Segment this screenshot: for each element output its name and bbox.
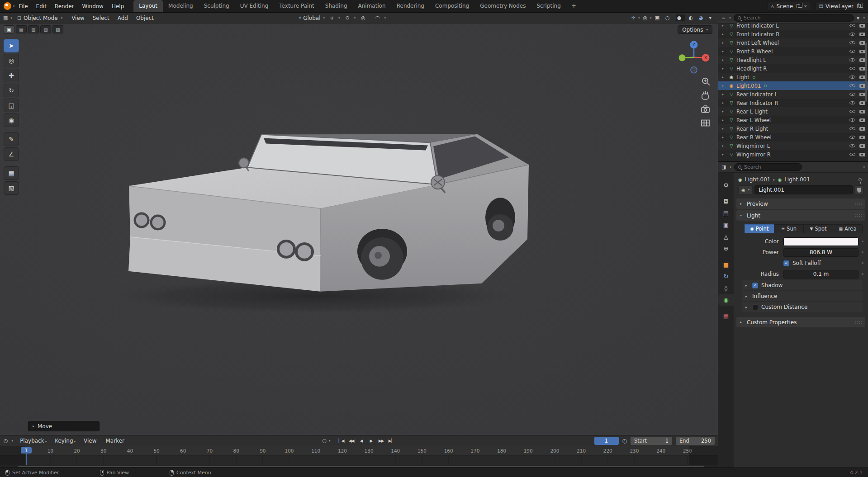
shading-solid[interactable]: ● [676,14,686,21]
animate-dot-icon[interactable] [862,273,863,275]
properties-options-caret-icon[interactable]: ▾ [863,165,865,169]
disable-in-renders-camera-icon[interactable] [859,109,865,114]
topbar-menu-item[interactable]: Window [78,1,108,11]
playhead-frame-badge[interactable]: 1 [21,447,32,453]
disable-in-renders-camera-icon[interactable] [859,49,865,54]
gizmo-negative-z-axis[interactable] [691,67,697,73]
proportional-falloff[interactable]: ◠ ▾ [375,15,386,21]
use-preview-range-icon[interactable]: ◷ [622,438,627,444]
timeline-menu-item[interactable]: View [80,436,101,446]
viewport-canvas[interactable]: Z X [0,24,718,435]
show-overlays-toggle[interactable]: ◎ ▾ [643,15,652,21]
workspace-tab[interactable]: Animation [353,0,391,12]
disable-in-renders-camera-icon[interactable] [859,152,865,157]
world[interactable]: ⊕ [718,242,734,254]
transform-orientation[interactable]: ⌖ Global ▾ [299,15,325,21]
breadcrumb-object[interactable]: Light.001 [745,176,771,183]
workspace-tab[interactable]: Modeling [163,0,199,12]
disable-in-renders-camera-icon[interactable] [859,143,865,149]
hide-in-viewport-eye-icon[interactable] [849,66,855,71]
disable-in-renders-camera-icon[interactable] [859,23,865,28]
outliner-item[interactable]: ▸ Light.001 [718,81,868,90]
outliner-item[interactable]: ▸ Headlight L [718,56,868,64]
outliner-item[interactable]: ▸ Rear L Light [718,107,868,116]
workspace-tab[interactable]: Sculpting [199,0,235,12]
shading-material-preview[interactable]: ◐ [688,15,696,21]
influence-panel-header[interactable]: ▸ Influence [742,291,863,301]
data[interactable]: ◉ [718,294,734,306]
tool-move[interactable]: ✚ [4,69,19,82]
operator-redo-panel[interactable]: ▸ Move [28,421,100,431]
expand-icon[interactable]: ▸ [722,135,726,139]
properties-editor-type-icon[interactable]: ◨ [721,164,726,170]
outliner-item[interactable]: ▸ Rear Indicator L [718,90,868,99]
outliner-search-input[interactable] [744,15,850,21]
animate-dot-icon[interactable] [862,251,863,253]
jump-to-end[interactable]: ▶▏ [387,437,396,445]
tool-cursor[interactable]: ◎ [4,54,19,67]
viewlayer-selector[interactable]: ▤ ViewLayer [816,2,864,11]
outliner-item[interactable]: ▸ Rear L Wheel [718,116,868,124]
topbar-menu-item[interactable]: Help [108,1,128,11]
object[interactable]: ■ [718,259,734,270]
outliner-item[interactable]: ▸ Headlight R [718,64,868,73]
workspace-tab[interactable]: Shading [320,0,353,12]
next-keyframe[interactable]: ▶▶ [377,437,386,445]
timeline-scrollbar[interactable] [0,465,718,468]
tool-annotate[interactable]: ✎ [4,132,19,146]
disable-in-renders-camera-icon[interactable] [859,126,865,132]
custom-properties-panel-header[interactable]: ▸ Custom Properties [736,317,865,327]
new-scene-icon[interactable] [797,4,800,8]
play[interactable]: ▶ [367,437,376,445]
animate-dot-icon[interactable] [862,262,863,264]
expand-icon[interactable]: ▸ [722,41,726,45]
disable-in-renders-camera-icon[interactable] [859,100,865,106]
fake-user-button[interactable] [854,185,863,194]
workspace-tab[interactable]: + [566,0,582,12]
timeline-scroll-thumb[interactable] [18,466,704,467]
select-mode-intersect[interactable]: ▨ [52,25,63,33]
snapping-options[interactable]: ⊙ ▾ [346,15,356,21]
tool[interactable]: ⚙ [718,179,734,191]
expand-icon[interactable]: ▸ [722,109,726,113]
options-dropdown[interactable]: Options ▾ [678,25,712,34]
light-type-spot[interactable]: ▼ Spot [803,224,833,233]
frame-end-field[interactable]: End 250 [676,437,715,445]
preview-panel-header[interactable]: ▸ Preview [736,198,865,209]
topbar-menu-item[interactable]: Render [51,1,78,11]
filter-icon[interactable]: ▼ [857,16,860,20]
disable-in-renders-camera-icon[interactable] [859,75,865,80]
light-type-point[interactable]: ◉ Point [745,224,774,233]
timeline-ruler[interactable]: 1020304050607080901001101201301401501601… [0,446,718,455]
outliner-search[interactable] [734,14,854,22]
toggle-xray[interactable]: ▣ [655,15,662,21]
timeline-menu-item[interactable]: Keying▾ [51,436,80,446]
select-mode-new[interactable]: ▣ [4,25,14,33]
hide-in-viewport-eye-icon[interactable] [849,23,855,28]
workspace-tab[interactable]: Rendering [391,0,430,12]
custom-distance-panel-header[interactable]: ▸ ✓ Custom Distance [742,302,863,312]
select-mode-extend[interactable]: ▤ [16,25,27,33]
outliner-item[interactable]: ▸ Rear Indicator R [718,99,868,107]
outliner-editor-type-icon[interactable]: ≡ [721,15,726,21]
disable-in-renders-camera-icon[interactable] [859,40,865,46]
tool-select-box[interactable]: ➤ [4,39,19,52]
hide-in-viewport-eye-icon[interactable] [849,92,855,97]
workspace-tab[interactable]: UV Editing [235,0,274,12]
current-frame-field[interactable]: 1 [594,437,619,445]
topbar-menu-item[interactable]: File [15,1,32,11]
viewport-menu-item[interactable]: Object [132,13,158,23]
properties-editor-caret-icon[interactable]: ▾ [730,165,731,169]
shading-wireframe[interactable]: ○ [665,15,673,21]
snapping-magnet-toggle[interactable]: ∪ ▾ [330,15,340,21]
light-color-swatch[interactable] [783,237,859,246]
topbar-menu-item[interactable]: Edit [32,1,51,11]
tool-measure[interactable]: ∠ [4,147,19,161]
viewport-menu-item[interactable]: Add [114,13,132,23]
blender-logo-icon[interactable] [4,2,11,10]
hide-in-viewport-eye-icon[interactable] [849,118,855,123]
tool-extrude[interactable]: ▧ [4,181,19,195]
editor-type-icon[interactable]: ▦ [3,15,8,21]
hide-in-viewport-eye-icon[interactable] [849,83,855,89]
expand-icon[interactable]: ▸ [722,66,726,71]
